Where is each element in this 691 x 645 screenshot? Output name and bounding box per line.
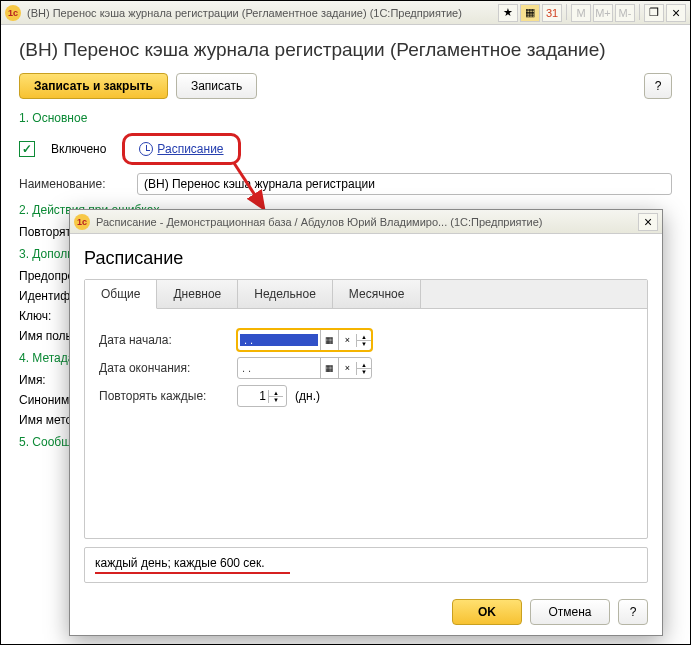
dialog-titlebar: 1c Расписание - Демонстрационная база / … — [70, 210, 662, 234]
repeat-input[interactable]: ▲▼ — [237, 385, 287, 407]
save-button[interactable]: Записать — [176, 73, 257, 99]
window-title: (ВН) Перенос кэша журнала регистрации (Р… — [27, 7, 498, 19]
tabs: Общие Дневное Недельное Месячное — [85, 280, 647, 309]
clock-icon — [139, 142, 153, 156]
summary-text: каждый день; каждые 600 сек. — [95, 556, 265, 570]
tab-monthly[interactable]: Месячное — [333, 280, 422, 308]
toolbar-calc-icon[interactable]: ▦ — [520, 4, 540, 22]
schedule-dialog: 1c Расписание - Демонстрационная база / … — [69, 209, 663, 636]
repeat-label: Повторять каждые: — [99, 389, 229, 403]
main-titlebar: 1c (ВН) Перенос кэша журнала регистрации… — [1, 1, 690, 25]
enabled-label: Включено — [51, 142, 106, 156]
section-main: 1. Основное — [19, 111, 672, 125]
date-start-input[interactable]: . . ▦ × ▲▼ — [237, 329, 372, 351]
date-spinner[interactable]: ▲▼ — [356, 334, 371, 347]
toolbar-m1-icon[interactable]: M — [571, 4, 591, 22]
calendar-icon[interactable]: ▦ — [320, 330, 338, 350]
ok-button[interactable]: OK — [452, 599, 522, 625]
toolbar-m2-icon[interactable]: M+ — [593, 4, 613, 22]
metaname-label: Имя: — [19, 373, 46, 387]
toolbar-calendar-icon[interactable]: 31 — [542, 4, 562, 22]
date-start-label: Дата начала: — [99, 333, 229, 347]
toolbar-favorite-icon[interactable]: ★ — [498, 4, 518, 22]
page-title: (ВН) Перенос кэша журнала регистрации (Р… — [19, 39, 672, 61]
app-icon: 1c — [5, 5, 21, 21]
tab-daily[interactable]: Дневное — [157, 280, 238, 308]
save-and-close-button[interactable]: Записать и закрыть — [19, 73, 168, 99]
dialog-heading: Расписание — [84, 248, 648, 269]
name-input[interactable] — [137, 173, 672, 195]
dialog-close-icon[interactable]: × — [638, 213, 658, 231]
schedule-link[interactable]: Расписание — [157, 142, 223, 156]
repeat-unit: (дн.) — [295, 389, 320, 403]
date-end-input[interactable]: . . ▦ × ▲▼ — [237, 357, 372, 379]
enabled-checkbox[interactable]: ✓ — [19, 141, 35, 157]
tab-weekly[interactable]: Недельное — [238, 280, 333, 308]
date-end-label: Дата окончания: — [99, 361, 229, 375]
date-spinner[interactable]: ▲▼ — [356, 362, 371, 375]
clear-icon[interactable]: × — [338, 358, 356, 378]
repeat-spinner[interactable]: ▲▼ — [268, 390, 283, 403]
date-start-value: . . — [240, 334, 318, 346]
date-end-value: . . — [238, 362, 320, 374]
cancel-button[interactable]: Отмена — [530, 599, 610, 625]
app-icon: 1c — [74, 214, 90, 230]
schedule-summary: каждый день; каждые 600 сек. — [84, 547, 648, 583]
window-restore-icon[interactable]: ❐ — [644, 4, 664, 22]
calendar-icon[interactable]: ▦ — [320, 358, 338, 378]
dialog-title: Расписание - Демонстрационная база / Абд… — [96, 216, 638, 228]
synonym-label: Синоним — [19, 393, 69, 407]
clear-icon[interactable]: × — [338, 330, 356, 350]
help-button[interactable]: ? — [644, 73, 672, 99]
tab-general[interactable]: Общие — [85, 280, 157, 309]
repeat-value[interactable] — [238, 388, 268, 404]
name-label: Наименование: — [19, 177, 129, 191]
key-label: Ключ: — [19, 309, 51, 323]
schedule-highlight: Расписание — [122, 133, 240, 165]
window-close-icon[interactable]: × — [666, 4, 686, 22]
dialog-help-button[interactable]: ? — [618, 599, 648, 625]
toolbar-m3-icon[interactable]: M- — [615, 4, 635, 22]
annotation-underline — [95, 572, 290, 574]
